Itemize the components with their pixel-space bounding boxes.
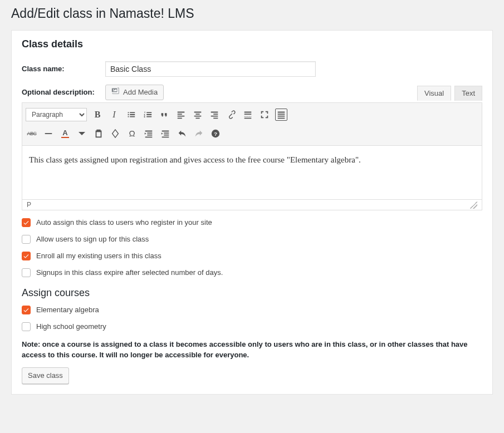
align-center-button[interactable] xyxy=(192,109,204,121)
editor-content-area[interactable]: This class gets assigned upon registrati… xyxy=(22,146,482,199)
page-title: Add/Edit class in Namaste! LMS xyxy=(11,6,493,22)
assignment-note: Note: once a course is assigned to a cla… xyxy=(22,339,482,361)
outdent-button[interactable] xyxy=(143,127,155,140)
redo-button[interactable] xyxy=(193,127,205,140)
editor-toolbar: Paragraph B I ABC xyxy=(22,103,482,146)
clear-formatting-button[interactable] xyxy=(109,127,121,140)
option-0-checkbox[interactable] xyxy=(22,218,31,227)
editor-status-path: P xyxy=(27,201,31,209)
course-1-checkbox[interactable] xyxy=(22,322,31,331)
rich-text-editor: Paragraph B I ABC xyxy=(22,102,482,210)
strikethrough-button[interactable]: ABC xyxy=(26,127,38,140)
course-1-label: High school geometry xyxy=(36,322,106,331)
svg-rect-1 xyxy=(96,132,100,136)
label-class-name: Class name: xyxy=(22,65,105,73)
assign-courses-heading: Assign courses xyxy=(22,287,482,299)
resize-handle[interactable] xyxy=(469,201,477,209)
option-3-checkbox[interactable] xyxy=(22,268,31,277)
insert-more-button[interactable] xyxy=(242,109,254,121)
media-icon xyxy=(111,87,120,97)
italic-button[interactable]: I xyxy=(108,109,120,121)
option-2-checkbox[interactable] xyxy=(22,252,31,260)
bold-button[interactable]: B xyxy=(91,109,104,121)
format-select[interactable]: Paragraph xyxy=(26,108,87,121)
svg-rect-0 xyxy=(45,133,52,134)
bullet-list-button[interactable] xyxy=(125,109,137,121)
text-color-dropdown[interactable] xyxy=(76,127,88,140)
save-class-button[interactable]: Save class xyxy=(22,367,69,384)
align-left-button[interactable] xyxy=(175,109,187,121)
option-2-label: Enroll all my existing users in this cla… xyxy=(36,252,162,260)
class-name-input[interactable] xyxy=(105,61,316,77)
fullscreen-button[interactable] xyxy=(258,109,271,121)
text-color-button[interactable]: A xyxy=(59,127,71,140)
blockquote-button[interactable] xyxy=(158,109,170,121)
special-character-button[interactable]: Ω xyxy=(126,127,138,140)
option-1-label: Allow users to sign up for this class xyxy=(36,235,149,243)
label-description: Optional description: xyxy=(22,85,105,96)
paste-text-button[interactable] xyxy=(92,127,105,140)
tab-visual[interactable]: Visual xyxy=(417,86,451,101)
class-form-panel: Class details Class name: Optional descr… xyxy=(11,30,493,395)
option-0-label: Auto assign this class to users who regi… xyxy=(36,218,212,227)
option-1-checkbox[interactable] xyxy=(22,235,31,244)
align-right-button[interactable] xyxy=(208,109,221,121)
link-button[interactable] xyxy=(225,109,237,121)
course-0-label: Elementary algebra xyxy=(36,306,99,314)
section-heading-details: Class details xyxy=(22,38,482,50)
add-media-button[interactable]: Add Media xyxy=(105,85,164,100)
numbered-list-button[interactable] xyxy=(141,109,154,121)
help-button[interactable]: ? xyxy=(209,127,222,140)
option-3-label: Signups in this class expire after selec… xyxy=(36,268,223,277)
tab-text[interactable]: Text xyxy=(454,86,482,101)
add-media-label: Add Media xyxy=(123,88,158,96)
indent-button[interactable] xyxy=(159,127,172,140)
horizontal-rule-button[interactable] xyxy=(42,127,55,140)
toolbar-toggle-button[interactable] xyxy=(275,109,287,121)
course-0-checkbox[interactable] xyxy=(22,306,31,314)
svg-text:?: ? xyxy=(214,130,217,136)
undo-button[interactable] xyxy=(176,127,188,140)
